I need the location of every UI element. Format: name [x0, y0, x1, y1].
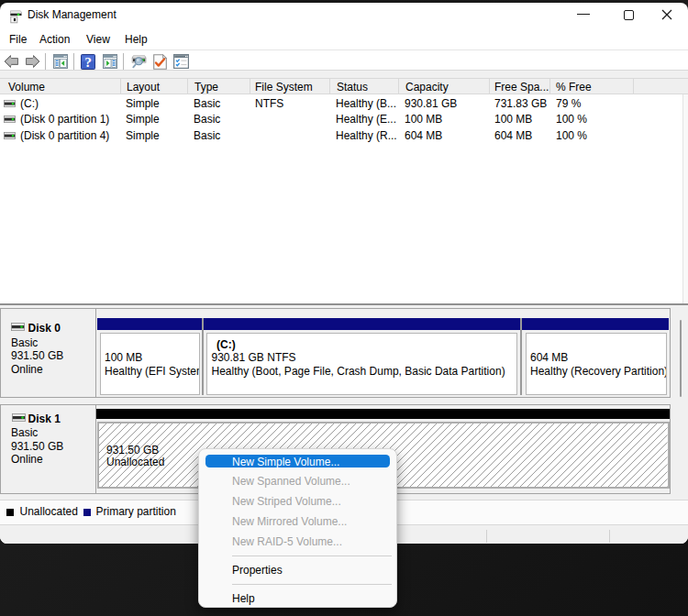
svg-text:?: ? [84, 54, 92, 70]
